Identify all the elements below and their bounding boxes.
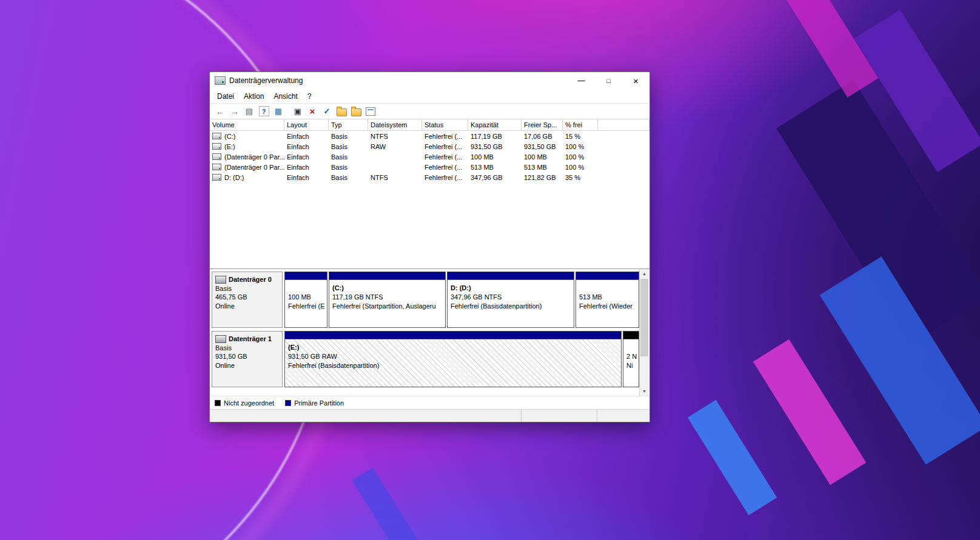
cell-typ: Basis (329, 141, 368, 152)
table-row[interactable]: D: (D:) Einfach Basis NTFS Fehlerfrei (.… (210, 172, 649, 182)
cell-kapazitaet: 100 MB (468, 152, 522, 162)
back-icon[interactable]: ← (213, 105, 227, 118)
maximize-button[interactable]: □ (595, 72, 622, 89)
vertical-scrollbar[interactable]: ▲ ▼ (639, 269, 649, 396)
disk-type: Basis (215, 344, 279, 353)
partition-size: 347,96 GB NTFS (451, 293, 574, 302)
cell-dateisystem (368, 152, 422, 162)
volume-icon (212, 174, 221, 181)
scrollbar-thumb[interactable] (640, 279, 648, 356)
table-row[interactable]: (Datenträger 0 Par... Einfach Basis Fehl… (210, 162, 649, 172)
disk-info-panel[interactable]: Datenträger 1 Basis 931,50 GB Online (212, 331, 283, 387)
partition-e[interactable]: (E:) 931,50 GB RAW Fehlerfrei (Basisdate… (284, 331, 622, 387)
properties-icon[interactable]: ▣ (291, 105, 304, 118)
cell-dateisystem: RAW (368, 141, 422, 152)
partition-recovery[interactable]: 513 MB Fehlerfrei (Wieder (576, 272, 639, 328)
disk-row: Datenträger 0 Basis 465,75 GB Online 100… (212, 272, 649, 328)
disk-status: Online (215, 361, 279, 370)
cell-freier-sp: 100 MB (522, 152, 563, 162)
disk-name: Datenträger 0 (229, 275, 272, 284)
wallpaper-shape (776, 80, 980, 344)
disk-row: Datenträger 1 Basis 931,50 GB Online (E:… (212, 331, 649, 387)
app-icon (215, 76, 226, 85)
legend-item-unallocated: Nicht zugeordnet (215, 399, 274, 407)
column-header-dateisystem[interactable]: Dateisystem (368, 119, 422, 130)
cell-layout: Einfach (284, 152, 329, 162)
cell-layout: Einfach (284, 141, 329, 152)
scroll-down-icon[interactable]: ▼ (640, 387, 649, 396)
column-header-volume[interactable]: Volume (210, 119, 284, 130)
table-row[interactable]: (Datenträger 0 Par... Einfach Basis Fehl… (210, 152, 649, 162)
partition-label: D: (D:) (451, 284, 574, 293)
disk-status: Online (215, 302, 279, 311)
partition-status: Fehlerfrei (Wieder (579, 302, 639, 311)
statusbar-segment (521, 410, 597, 422)
volume-icon (212, 143, 221, 150)
cell-dateisystem (368, 162, 422, 172)
disk-info-panel[interactable]: Datenträger 0 Basis 465,75 GB Online (212, 272, 283, 328)
primary-partition-color-swatch (285, 400, 291, 406)
cell-volume: (E:) (210, 141, 284, 152)
partition-body: (C:) 117,19 GB NTFS Fehlerfrei (Startpar… (329, 280, 445, 327)
column-header-freier-sp[interactable]: Freier Sp... (522, 119, 563, 130)
window-controls: — □ × (568, 72, 649, 89)
partition-unallocated[interactable]: 2 N Ni (623, 331, 639, 387)
column-header-layout[interactable]: Layout (284, 119, 329, 130)
cell-prozent-frei: 100 % (563, 152, 598, 162)
statusbar-segment (210, 410, 521, 422)
form-icon[interactable] (364, 105, 377, 118)
partition-status: Fehlerfrei (Basisdatenpartition) (288, 361, 621, 370)
partition-d[interactable]: D: (D:) 347,96 GB NTFS Fehlerfrei (Basis… (447, 272, 574, 328)
cell-kapazitaet: 513 MB (468, 162, 522, 172)
forward-icon[interactable]: → (228, 105, 241, 118)
table-row[interactable]: (E:) Einfach Basis RAW Fehlerfrei (... 9… (210, 141, 649, 152)
cell-status: Fehlerfrei (... (422, 172, 468, 182)
details-view-icon[interactable]: ▦ (272, 105, 285, 118)
partition-status: Fehlerfrei (Basisdatenpartition) (451, 302, 574, 311)
folder-up-icon[interactable] (335, 105, 348, 118)
column-header-typ[interactable]: Typ (329, 119, 368, 130)
desktop-wallpaper: Datenträgerverwaltung — □ × Datei Aktion… (0, 0, 980, 540)
console-tree-icon[interactable]: ▤ (243, 105, 256, 118)
table-row[interactable]: (C:) Einfach Basis NTFS Fehlerfrei (... … (210, 131, 649, 141)
column-header-status[interactable]: Status (422, 119, 468, 130)
menu-hilfe[interactable]: ? (303, 90, 317, 102)
column-header-kapazitaet[interactable]: Kapazität (468, 119, 522, 130)
cell-prozent-frei: 100 % (563, 141, 598, 152)
cell-volume: D: (D:) (210, 172, 284, 182)
partition-color-bar (329, 272, 445, 280)
folder-glyph (351, 108, 361, 116)
cell-status: Fehlerfrei (... (422, 131, 468, 141)
legend-item-primary: Primäre Partition (285, 399, 344, 407)
partition-color-bar (448, 272, 574, 280)
partition-body: D: (D:) 347,96 GB NTFS Fehlerfrei (Basis… (448, 280, 574, 327)
cell-layout: Einfach (284, 172, 329, 182)
close-button[interactable]: × (622, 72, 649, 89)
partition-efi[interactable]: 100 MB Fehlerfrei (E (284, 272, 327, 328)
delete-volume-icon[interactable]: × (306, 105, 319, 118)
partition-c[interactable]: (C:) 117,19 GB NTFS Fehlerfrei (Startpar… (329, 272, 446, 328)
folder-icon[interactable] (349, 105, 363, 118)
disk-name: Datenträger 1 (229, 335, 272, 344)
statusbar-segment (597, 410, 649, 422)
wallpaper-shape (854, 10, 980, 172)
minimize-button[interactable]: — (568, 72, 595, 89)
menu-ansicht[interactable]: Ansicht (269, 90, 302, 102)
cell-dateisystem: NTFS (368, 131, 422, 141)
partition-label: (C:) (332, 284, 445, 293)
volume-list-header: Volume Layout Typ Dateisystem Status Kap… (210, 119, 649, 131)
cell-typ: Basis (329, 162, 368, 172)
cell-status: Fehlerfrei (... (422, 162, 468, 172)
volume-icon (212, 153, 221, 160)
column-header-prozent-frei[interactable]: % frei (563, 119, 598, 130)
menu-aktion[interactable]: Aktion (239, 90, 269, 102)
partition-status: Fehlerfrei (Startpartition, Auslageru (332, 302, 445, 311)
cell-freier-sp: 513 MB (522, 162, 563, 172)
scroll-up-icon[interactable]: ▲ (640, 269, 649, 278)
help-icon[interactable]: ? (257, 105, 270, 118)
cell-status: Fehlerfrei (... (422, 141, 468, 152)
mark-active-icon[interactable]: ✓ (320, 105, 334, 118)
disk-size: 465,75 GB (215, 293, 279, 302)
titlebar[interactable]: Datenträgerverwaltung — □ × (210, 72, 649, 89)
menu-datei[interactable]: Datei (212, 90, 239, 102)
